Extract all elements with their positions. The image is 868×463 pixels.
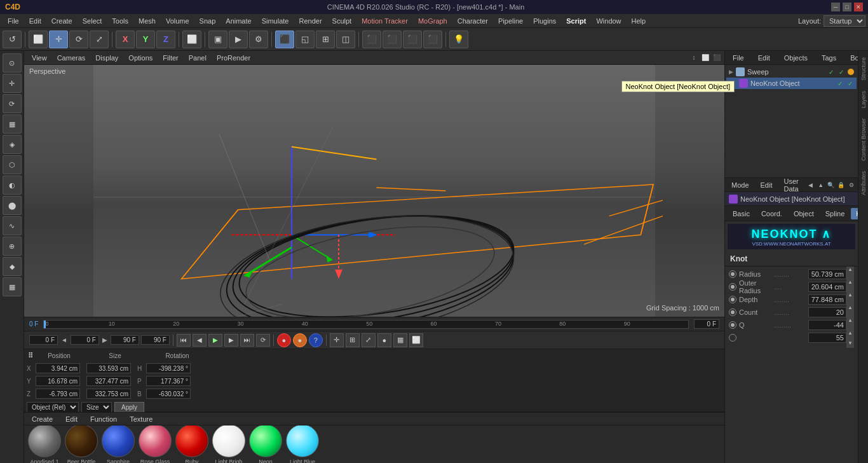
options-menu[interactable]: Options: [123, 53, 158, 63]
scale-tool[interactable]: ⤢: [90, 31, 109, 48]
menu-pipeline[interactable]: Pipeline: [493, 14, 528, 27]
view-menu[interactable]: View: [27, 53, 52, 63]
obj-neoknot-vis1[interactable]: ✓: [836, 79, 844, 87]
viewport-canvas[interactable]: Perspective: [24, 65, 724, 317]
psr-p-rot[interactable]: [146, 376, 191, 386]
mat-beer[interactable]: Beer Bottle: [65, 425, 98, 463]
psr-h-rot[interactable]: [146, 363, 191, 373]
sidebar-rotate-btn[interactable]: ⟳: [3, 94, 22, 113]
display-menu[interactable]: Display: [90, 53, 123, 63]
sidebar-grid-btn[interactable]: ▦: [3, 277, 22, 296]
object-mode-btn[interactable]: ⬜: [182, 31, 201, 48]
attr-settings-icon[interactable]: ⚙: [847, 181, 856, 190]
playback-fps-field[interactable]: [141, 335, 170, 345]
attr-radius-up[interactable]: ▲: [846, 266, 854, 274]
sidebar-wave-btn[interactable]: ∿: [3, 216, 22, 235]
sidebar-home-btn[interactable]: ⊙: [3, 53, 22, 73]
menu-snap[interactable]: Snap: [194, 14, 221, 27]
attr-depth-radio[interactable]: [729, 296, 736, 303]
menu-mograph[interactable]: MoGraph: [413, 14, 452, 27]
attr-count-up[interactable]: ▲: [846, 302, 854, 312]
sky-btn[interactable]: ⬛: [383, 31, 402, 48]
attr-object-tab[interactable]: Object: [789, 208, 819, 219]
menu-sculpt[interactable]: Sculpt: [327, 14, 357, 27]
attr-icon-2[interactable]: ▲: [817, 181, 825, 190]
menu-animate[interactable]: Animate: [220, 14, 256, 27]
pb-step-fwd[interactable]: ▶: [224, 334, 238, 347]
viewport-shading-btn[interactable]: ⬛: [275, 31, 294, 48]
menu-create[interactable]: Create: [46, 14, 78, 27]
attr-q2-up[interactable]: ▲: [846, 328, 854, 338]
mat-neon[interactable]: Neon: [249, 425, 282, 463]
pb-loop[interactable]: ⟳: [256, 334, 270, 347]
pb-grid-icon[interactable]: ▦: [393, 333, 407, 347]
attr-knot-tab[interactable]: Knot: [851, 208, 858, 219]
menu-script[interactable]: Script: [561, 14, 591, 27]
obj-sweep-row[interactable]: ▶ Sweep ✓ ✓: [726, 66, 857, 78]
pb-step-back[interactable]: ◀: [193, 334, 207, 347]
x-axis-btn[interactable]: X: [116, 31, 135, 48]
attr-q2-input[interactable]: [808, 333, 846, 343]
move-tool[interactable]: ✛: [49, 31, 68, 48]
pb-rotate-icon[interactable]: ⊞: [346, 333, 360, 347]
display-btn[interactable]: ◫: [336, 31, 355, 48]
psr-y-size[interactable]: [86, 376, 131, 386]
obj-sweep-vis2[interactable]: ✓: [837, 68, 845, 76]
pb-scale-icon[interactable]: ⤢: [362, 333, 376, 347]
far-right-structure[interactable]: Structure: [859, 52, 868, 86]
far-right-content[interactable]: Content Browser: [859, 113, 868, 166]
pb-record-red[interactable]: ●: [277, 333, 291, 347]
vp-icon-3[interactable]: ⬛: [712, 53, 722, 63]
close-button[interactable]: ✕: [854, 3, 863, 11]
attr-basic-tab[interactable]: Basic: [728, 208, 755, 219]
render-region-btn[interactable]: ▣: [208, 31, 227, 48]
obj-tags-tab[interactable]: Tags: [817, 53, 841, 63]
attr-outer-radius-up[interactable]: ▲: [846, 277, 854, 287]
attr-radius-radio[interactable]: [729, 270, 736, 278]
far-right-attributes[interactable]: Attributes: [859, 166, 868, 200]
menu-edit[interactable]: Edit: [24, 14, 46, 27]
pb-go-start[interactable]: ⏮: [177, 334, 191, 347]
sidebar-half-btn[interactable]: ◐: [3, 176, 22, 195]
env-btn[interactable]: ⬛: [403, 31, 422, 48]
menu-character[interactable]: Character: [452, 14, 493, 27]
pb-record-orange[interactable]: ●: [293, 333, 307, 347]
mat-anodised[interactable]: Anodised 1: [28, 425, 61, 463]
obj-edit-tab[interactable]: Edit: [753, 53, 775, 63]
pb-go-end[interactable]: ⏭: [240, 334, 254, 347]
attr-q2-down[interactable]: ▼: [846, 338, 854, 348]
far-right-layers[interactable]: Layers: [859, 86, 868, 113]
attr-spline-tab[interactable]: Spline: [820, 208, 850, 219]
z-axis-btn[interactable]: Z: [156, 31, 175, 48]
pb-move-icon[interactable]: ✛: [330, 333, 344, 347]
floor-btn[interactable]: ⬛: [362, 31, 381, 48]
maximize-button[interactable]: □: [843, 3, 851, 11]
obj-neoknot-row[interactable]: NeoKnot Object ✓ ✓: [726, 78, 857, 89]
menu-motion-tracker[interactable]: Motion Tracker: [356, 14, 413, 27]
cameras-menu[interactable]: Cameras: [52, 53, 91, 63]
isoline-btn[interactable]: ⊞: [316, 31, 335, 48]
obj-file-tab[interactable]: File: [728, 53, 749, 63]
select-tool[interactable]: ⬜: [29, 31, 48, 48]
undo-button[interactable]: ↺: [3, 31, 22, 48]
light-icon-btn[interactable]: 💡: [449, 31, 468, 48]
menu-render[interactable]: Render: [294, 14, 327, 27]
pb-cam-icon[interactable]: ⬜: [409, 333, 423, 347]
obj-sweep-vis1[interactable]: ✓: [827, 68, 835, 76]
panel-menu[interactable]: Panel: [184, 53, 212, 63]
playback-start-field[interactable]: [29, 335, 58, 345]
mat-create-menu[interactable]: Create: [28, 414, 57, 424]
psr-x-pos[interactable]: [36, 363, 80, 373]
attr-depth-up[interactable]: ▲: [846, 289, 854, 300]
sidebar-small-btn[interactable]: ◆: [3, 257, 22, 276]
mat-ruby[interactable]: Ruby: [175, 425, 208, 463]
psr-x-size[interactable]: [86, 363, 131, 373]
vp-icon-1[interactable]: ↕: [689, 53, 699, 63]
menu-mesh[interactable]: Mesh: [133, 14, 161, 27]
menu-tools[interactable]: Tools: [107, 14, 133, 27]
attr-userdata-tab[interactable]: User Data: [780, 178, 803, 194]
attr-q2-radio[interactable]: [729, 334, 736, 342]
apply-button[interactable]: Apply: [114, 402, 144, 413]
attr-coord-tab[interactable]: Coord.: [756, 208, 787, 219]
attr-mode-tab[interactable]: Mode: [728, 180, 753, 190]
